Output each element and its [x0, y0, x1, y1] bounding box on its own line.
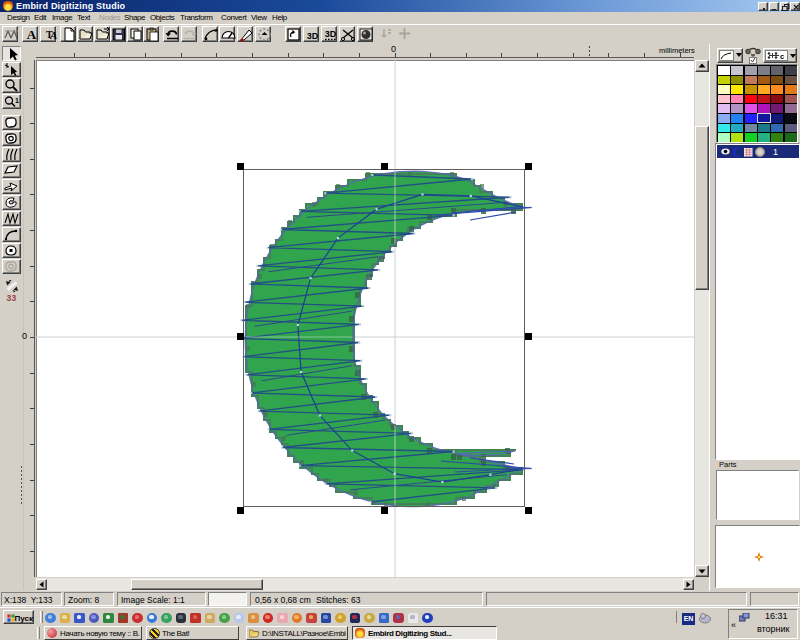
svg-text:A: A [27, 27, 37, 42]
svg-text:3D: 3D [325, 29, 337, 39]
svg-text:c: c [780, 52, 784, 61]
svg-text:A: A [49, 29, 57, 41]
svg-text:1: 1 [15, 97, 19, 104]
svg-text:3D: 3D [307, 31, 319, 41]
